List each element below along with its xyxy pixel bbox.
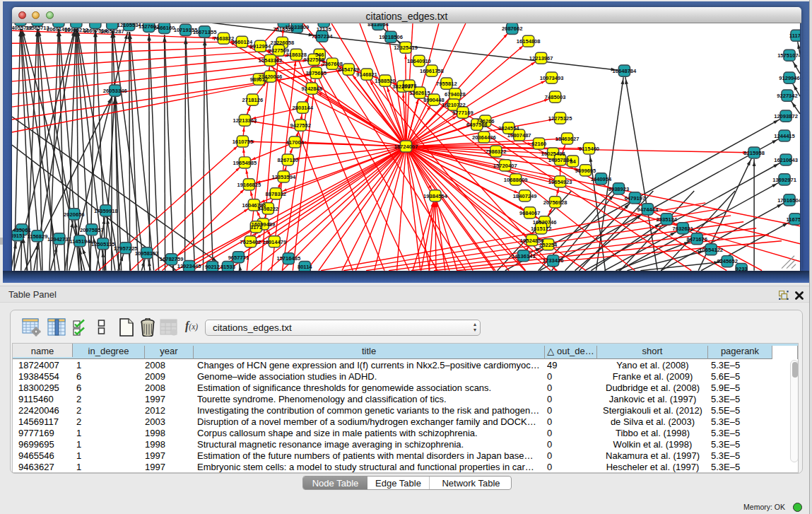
svg-text:9233: 9233 xyxy=(736,266,748,271)
svg-text:9777169: 9777169 xyxy=(452,110,473,116)
svg-text:1640954: 1640954 xyxy=(591,176,612,182)
svg-text:417004: 417004 xyxy=(286,139,305,146)
svg-text:12505115: 12505115 xyxy=(91,241,114,247)
svg-text:12093872: 12093872 xyxy=(774,113,798,119)
svg-text:2020656: 2020656 xyxy=(64,211,85,218)
svg-text:23226058: 23226058 xyxy=(270,40,294,46)
svg-text:16520746: 16520746 xyxy=(533,219,557,226)
svg-text:10654122: 10654122 xyxy=(699,247,723,253)
svg-text:16914479: 16914479 xyxy=(262,239,286,245)
svg-text:8267130: 8267130 xyxy=(278,157,299,163)
svg-text:19654985: 19654985 xyxy=(233,160,257,166)
svg-text:12923445: 12923445 xyxy=(177,263,201,269)
svg-text:19166825: 19166825 xyxy=(237,182,261,188)
svg-text:3171: 3171 xyxy=(250,224,262,230)
svg-text:19384554: 19384554 xyxy=(423,193,448,199)
svg-text:989612: 989612 xyxy=(250,76,268,83)
svg-text:13692971: 13692971 xyxy=(772,177,796,183)
svg-text:116753: 116753 xyxy=(787,216,801,223)
svg-text:9115460: 9115460 xyxy=(579,146,599,152)
svg-text:26053346: 26053346 xyxy=(103,88,127,94)
svg-text:1244415: 1244415 xyxy=(774,133,795,139)
svg-text:7485003: 7485003 xyxy=(545,94,566,100)
svg-text:9129946: 9129946 xyxy=(779,75,800,81)
svg-text:2803144: 2803144 xyxy=(293,105,314,111)
svg-text:8215958: 8215958 xyxy=(743,150,765,156)
svg-text:39151: 39151 xyxy=(11,233,25,239)
svg-text:16210722: 16210722 xyxy=(442,102,466,108)
svg-text:8878332: 8878332 xyxy=(266,191,287,197)
svg-text:84: 84 xyxy=(570,158,576,165)
svg-text:6466160: 6466160 xyxy=(154,25,175,31)
svg-text:16648784: 16648784 xyxy=(613,68,637,74)
svg-text:18407249: 18407249 xyxy=(513,193,537,199)
svg-text:7986322: 7986322 xyxy=(486,148,507,155)
svg-text:12213967: 12213967 xyxy=(529,55,553,62)
svg-text:9474444: 9474444 xyxy=(637,206,659,213)
svg-text:8471676: 8471676 xyxy=(687,236,708,243)
svg-text:15751074: 15751074 xyxy=(777,52,801,59)
svg-text:18640910: 18640910 xyxy=(407,58,431,64)
svg-text:12325419: 12325419 xyxy=(394,45,418,51)
svg-text:17359918: 17359918 xyxy=(94,208,118,214)
svg-text:6479197: 6479197 xyxy=(625,195,646,201)
svg-text:1610755: 1610755 xyxy=(233,139,254,145)
svg-text:19654923: 19654923 xyxy=(548,179,572,185)
svg-text:1733426: 1733426 xyxy=(543,258,564,264)
svg-text:15716485: 15716485 xyxy=(276,256,300,262)
svg-text:8938923: 8938923 xyxy=(608,186,630,192)
svg-text:1145194: 1145194 xyxy=(69,238,90,245)
svg-text:7857224: 7857224 xyxy=(312,33,333,40)
svg-text:15720407: 15720407 xyxy=(493,163,517,169)
svg-text:9242848: 9242848 xyxy=(301,86,322,92)
svg-text:81533: 81533 xyxy=(220,264,235,270)
svg-text:10025438: 10025438 xyxy=(541,151,565,157)
svg-text:9699695: 9699695 xyxy=(575,168,596,174)
svg-text:10807487: 10807487 xyxy=(507,132,531,139)
svg-text:20364436: 20364436 xyxy=(472,134,496,141)
svg-text:2935134: 2935134 xyxy=(657,216,678,223)
svg-text:10653287: 10653287 xyxy=(100,28,124,35)
svg-text:19565713: 19565713 xyxy=(25,25,49,31)
svg-text:1362615: 1362615 xyxy=(409,90,430,96)
svg-text:6794028: 6794028 xyxy=(445,91,466,98)
svg-text:16033809: 16033809 xyxy=(285,24,309,30)
svg-text:16210643: 16210643 xyxy=(774,157,798,163)
svg-text:10958107: 10958107 xyxy=(135,250,159,257)
svg-text:1615172: 1615172 xyxy=(531,226,552,232)
svg-text:12942737: 12942737 xyxy=(47,236,71,243)
svg-text:1156829: 1156829 xyxy=(27,233,47,240)
svg-text:9684067: 9684067 xyxy=(519,210,541,216)
svg-text:14136141: 14136141 xyxy=(512,253,536,259)
svg-text:7632621: 7632621 xyxy=(673,226,694,232)
svg-text:12135: 12135 xyxy=(317,26,331,33)
svg-text:7625402: 7625402 xyxy=(240,239,261,245)
svg-text:3875685: 3875685 xyxy=(305,70,326,76)
svg-text:7955812: 7955812 xyxy=(436,81,457,87)
svg-text:6497508: 6497508 xyxy=(466,122,488,128)
svg-text:16154808: 16154808 xyxy=(517,38,541,45)
svg-text:80114: 80114 xyxy=(298,264,312,270)
svg-text:2718126: 2718126 xyxy=(242,97,264,103)
svg-text:9245652: 9245652 xyxy=(717,259,738,265)
svg-text:10973493: 10973493 xyxy=(540,75,564,81)
svg-text:10688609: 10688609 xyxy=(504,177,528,183)
svg-text:90212: 90212 xyxy=(205,264,220,270)
svg-text:12353594: 12353594 xyxy=(271,174,296,180)
svg-text:3824554: 3824554 xyxy=(498,125,519,132)
svg-text:9427552: 9427552 xyxy=(290,122,312,129)
svg-text:62160: 62160 xyxy=(531,141,546,147)
svg-text:20756928: 20756928 xyxy=(543,199,567,206)
svg-text:19218506: 19218506 xyxy=(379,34,403,40)
svg-text:252254: 252254 xyxy=(539,242,558,248)
svg-text:17016504: 17016504 xyxy=(777,197,801,204)
svg-text:16782759: 16782759 xyxy=(160,257,184,263)
svg-text:2087662: 2087662 xyxy=(502,25,523,32)
svg-text:11173: 11173 xyxy=(789,33,801,39)
svg-text:18724007: 18724007 xyxy=(394,144,418,150)
svg-text:16671355: 16671355 xyxy=(193,29,217,35)
svg-text:9657771: 9657771 xyxy=(228,255,249,261)
svg-text:12275125: 12275125 xyxy=(548,115,572,122)
svg-text:20975857: 20975857 xyxy=(80,227,104,233)
svg-text:9227342: 9227342 xyxy=(777,93,798,99)
